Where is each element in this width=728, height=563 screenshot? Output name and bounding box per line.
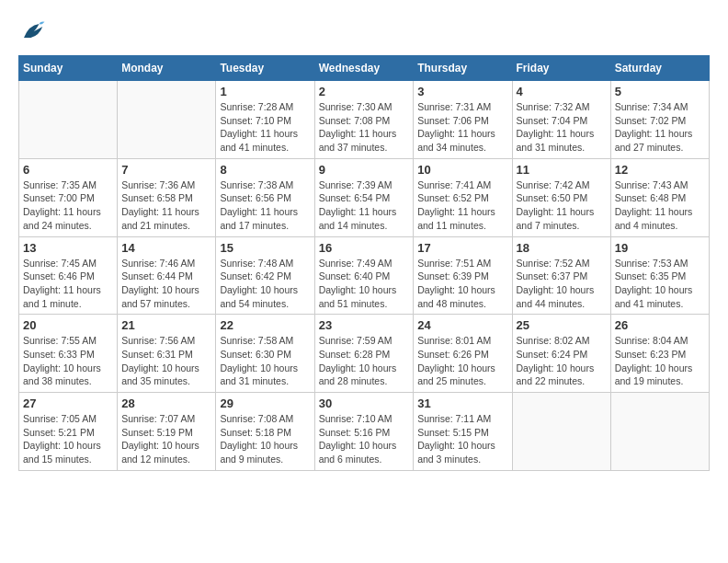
calendar-cell: 9Sunrise: 7:39 AMSunset: 6:54 PMDaylight… bbox=[314, 158, 414, 236]
day-number: 26 bbox=[615, 318, 705, 332]
day-info: Sunrise: 7:53 AMSunset: 6:35 PMDaylight:… bbox=[615, 257, 705, 311]
calendar-cell bbox=[118, 81, 216, 159]
day-number: 18 bbox=[517, 241, 607, 255]
calendar-cell: 5Sunrise: 7:34 AMSunset: 7:02 PMDaylight… bbox=[610, 81, 709, 159]
calendar-cell: 3Sunrise: 7:31 AMSunset: 7:06 PMDaylight… bbox=[414, 81, 512, 159]
day-info: Sunrise: 7:51 AMSunset: 6:39 PMDaylight:… bbox=[417, 257, 507, 311]
day-info: Sunrise: 8:01 AMSunset: 6:26 PMDaylight:… bbox=[417, 334, 507, 388]
day-number: 7 bbox=[121, 163, 211, 177]
calendar-row: 6Sunrise: 7:35 AMSunset: 7:00 PMDaylight… bbox=[19, 158, 710, 236]
calendar-row: 27Sunrise: 7:05 AMSunset: 5:21 PMDayligh… bbox=[19, 393, 710, 471]
day-info: Sunrise: 7:46 AMSunset: 6:44 PMDaylight:… bbox=[121, 257, 211, 311]
calendar-cell: 16Sunrise: 7:49 AMSunset: 6:40 PMDayligh… bbox=[314, 236, 414, 315]
calendar-cell: 7Sunrise: 7:36 AMSunset: 6:58 PMDaylight… bbox=[118, 158, 216, 236]
calendar-cell: 10Sunrise: 7:41 AMSunset: 6:52 PMDayligh… bbox=[414, 158, 512, 236]
day-info: Sunrise: 7:42 AMSunset: 6:50 PMDaylight:… bbox=[517, 178, 607, 233]
calendar-cell: 1Sunrise: 7:28 AMSunset: 7:10 PMDaylight… bbox=[216, 81, 314, 159]
day-number: 20 bbox=[23, 318, 113, 332]
day-number: 10 bbox=[417, 163, 507, 177]
day-info: Sunrise: 7:55 AMSunset: 6:33 PMDaylight:… bbox=[23, 334, 113, 388]
day-number: 5 bbox=[615, 85, 705, 98]
weekday-header: Wednesday bbox=[314, 56, 414, 81]
day-number: 4 bbox=[517, 85, 607, 98]
day-number: 13 bbox=[23, 241, 113, 255]
calendar-row: 13Sunrise: 7:45 AMSunset: 6:46 PMDayligh… bbox=[19, 236, 710, 315]
day-info: Sunrise: 7:58 AMSunset: 6:30 PMDaylight:… bbox=[220, 334, 310, 388]
day-number: 9 bbox=[319, 163, 410, 177]
day-info: Sunrise: 7:59 AMSunset: 6:28 PMDaylight:… bbox=[319, 334, 410, 388]
logo bbox=[18, 18, 50, 46]
day-info: Sunrise: 7:30 AMSunset: 7:08 PMDaylight:… bbox=[319, 100, 410, 155]
header bbox=[18, 18, 710, 46]
day-info: Sunrise: 7:35 AMSunset: 7:00 PMDaylight:… bbox=[23, 178, 113, 233]
calendar-cell: 14Sunrise: 7:46 AMSunset: 6:44 PMDayligh… bbox=[118, 236, 216, 315]
day-number: 15 bbox=[220, 241, 310, 255]
day-number: 11 bbox=[517, 163, 607, 177]
day-info: Sunrise: 7:08 AMSunset: 5:18 PMDaylight:… bbox=[220, 412, 310, 466]
day-info: Sunrise: 7:10 AMSunset: 5:16 PMDaylight:… bbox=[319, 412, 410, 466]
day-number: 16 bbox=[319, 241, 410, 255]
calendar-cell: 13Sunrise: 7:45 AMSunset: 6:46 PMDayligh… bbox=[19, 236, 118, 315]
day-number: 8 bbox=[220, 163, 310, 177]
day-number: 29 bbox=[220, 396, 310, 410]
day-info: Sunrise: 7:45 AMSunset: 6:46 PMDaylight:… bbox=[23, 257, 113, 311]
calendar-cell: 28Sunrise: 7:07 AMSunset: 5:19 PMDayligh… bbox=[118, 393, 216, 471]
calendar-cell: 15Sunrise: 7:48 AMSunset: 6:42 PMDayligh… bbox=[216, 236, 314, 315]
calendar-cell: 6Sunrise: 7:35 AMSunset: 7:00 PMDaylight… bbox=[19, 158, 118, 236]
day-info: Sunrise: 7:49 AMSunset: 6:40 PMDaylight:… bbox=[319, 257, 410, 311]
calendar-cell: 11Sunrise: 7:42 AMSunset: 6:50 PMDayligh… bbox=[512, 158, 610, 236]
day-number: 22 bbox=[220, 318, 310, 332]
day-info: Sunrise: 7:52 AMSunset: 6:37 PMDaylight:… bbox=[517, 257, 607, 311]
day-number: 27 bbox=[23, 396, 113, 410]
calendar-cell: 18Sunrise: 7:52 AMSunset: 6:37 PMDayligh… bbox=[512, 236, 610, 315]
day-info: Sunrise: 7:28 AMSunset: 7:10 PMDaylight:… bbox=[220, 100, 310, 155]
day-info: Sunrise: 7:34 AMSunset: 7:02 PMDaylight:… bbox=[615, 100, 705, 155]
day-number: 12 bbox=[615, 163, 705, 177]
day-info: Sunrise: 7:31 AMSunset: 7:06 PMDaylight:… bbox=[417, 100, 507, 155]
day-number: 3 bbox=[417, 85, 507, 98]
calendar-cell: 17Sunrise: 7:51 AMSunset: 6:39 PMDayligh… bbox=[414, 236, 512, 315]
day-info: Sunrise: 7:36 AMSunset: 6:58 PMDaylight:… bbox=[121, 178, 211, 233]
day-number: 28 bbox=[121, 396, 211, 410]
calendar-cell: 12Sunrise: 7:43 AMSunset: 6:48 PMDayligh… bbox=[610, 158, 709, 236]
day-number: 17 bbox=[417, 241, 507, 255]
day-info: Sunrise: 7:05 AMSunset: 5:21 PMDaylight:… bbox=[23, 412, 113, 466]
calendar-cell: 30Sunrise: 7:10 AMSunset: 5:16 PMDayligh… bbox=[314, 393, 414, 471]
day-info: Sunrise: 7:07 AMSunset: 5:19 PMDaylight:… bbox=[121, 412, 211, 466]
calendar-cell: 27Sunrise: 7:05 AMSunset: 5:21 PMDayligh… bbox=[19, 393, 118, 471]
calendar-table: SundayMondayTuesdayWednesdayThursdayFrid… bbox=[18, 55, 710, 471]
calendar-row: 20Sunrise: 7:55 AMSunset: 6:33 PMDayligh… bbox=[19, 315, 710, 393]
day-info: Sunrise: 8:02 AMSunset: 6:24 PMDaylight:… bbox=[517, 334, 607, 388]
calendar-cell: 20Sunrise: 7:55 AMSunset: 6:33 PMDayligh… bbox=[19, 315, 118, 393]
day-number: 2 bbox=[319, 85, 410, 98]
calendar-cell: 24Sunrise: 8:01 AMSunset: 6:26 PMDayligh… bbox=[414, 315, 512, 393]
calendar-cell: 8Sunrise: 7:38 AMSunset: 6:56 PMDaylight… bbox=[216, 158, 314, 236]
calendar-cell: 2Sunrise: 7:30 AMSunset: 7:08 PMDaylight… bbox=[314, 81, 414, 159]
day-number: 23 bbox=[319, 318, 410, 332]
calendar-cell: 19Sunrise: 7:53 AMSunset: 6:35 PMDayligh… bbox=[610, 236, 709, 315]
day-info: Sunrise: 7:38 AMSunset: 6:56 PMDaylight:… bbox=[220, 178, 310, 233]
day-info: Sunrise: 7:39 AMSunset: 6:54 PMDaylight:… bbox=[319, 178, 410, 233]
day-number: 24 bbox=[417, 318, 507, 332]
day-number: 21 bbox=[121, 318, 211, 332]
calendar-row: 1Sunrise: 7:28 AMSunset: 7:10 PMDaylight… bbox=[19, 81, 710, 159]
weekday-header: Friday bbox=[512, 56, 610, 81]
day-number: 6 bbox=[23, 163, 113, 177]
logo-icon bbox=[18, 18, 46, 46]
day-number: 1 bbox=[220, 85, 310, 98]
weekday-header: Sunday bbox=[19, 56, 118, 81]
calendar-cell bbox=[19, 81, 118, 159]
weekday-header: Monday bbox=[118, 56, 216, 81]
calendar-cell: 21Sunrise: 7:56 AMSunset: 6:31 PMDayligh… bbox=[118, 315, 216, 393]
day-info: Sunrise: 7:11 AMSunset: 5:15 PMDaylight:… bbox=[417, 412, 507, 466]
calendar-cell: 22Sunrise: 7:58 AMSunset: 6:30 PMDayligh… bbox=[216, 315, 314, 393]
calendar-cell: 31Sunrise: 7:11 AMSunset: 5:15 PMDayligh… bbox=[414, 393, 512, 471]
day-info: Sunrise: 7:56 AMSunset: 6:31 PMDaylight:… bbox=[121, 334, 211, 388]
day-number: 25 bbox=[517, 318, 607, 332]
day-number: 14 bbox=[121, 241, 211, 255]
calendar-cell bbox=[610, 393, 709, 471]
calendar-cell: 25Sunrise: 8:02 AMSunset: 6:24 PMDayligh… bbox=[512, 315, 610, 393]
day-number: 31 bbox=[417, 396, 507, 410]
weekday-header: Tuesday bbox=[216, 56, 314, 81]
day-number: 19 bbox=[615, 241, 705, 255]
